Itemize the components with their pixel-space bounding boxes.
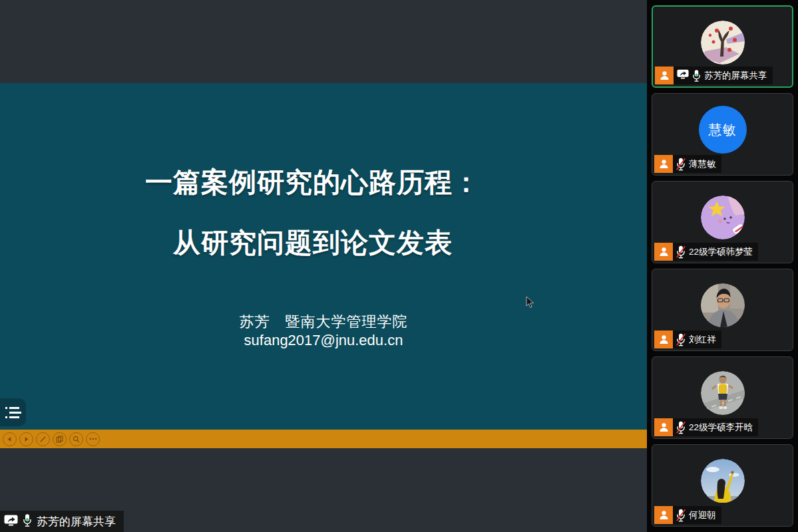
outline-panel-button[interactable]: [0, 398, 26, 426]
participant-badge-row: 薄慧敏: [654, 155, 721, 173]
mic-muted-icon: [676, 245, 686, 259]
presenter-share-label: 苏芳的屏幕共享: [37, 514, 116, 529]
child-road-avatar: [701, 371, 745, 415]
initials-avatar: 慧敏: [699, 106, 747, 154]
host-badge: [654, 155, 673, 173]
yellow-jacket-sky-avatar: [701, 459, 745, 503]
meeting-window: 一篇案例研究的心路历程： 从研究问题到论文发表 苏芳 暨南大学管理学院 sufa…: [0, 0, 798, 532]
host-badge: [654, 243, 673, 261]
mic-on-icon: [23, 513, 32, 530]
screen-share-stage: 一篇案例研究的心路历程： 从研究问题到论文发表 苏芳 暨南大学管理学院 sufa…: [0, 0, 647, 532]
more-icon[interactable]: [86, 432, 100, 446]
participant-badge-row: 22级学硕韩梦莹: [654, 243, 758, 261]
participant-name-badge: 22级学硕李开晗: [673, 418, 758, 436]
host-person-icon: [658, 334, 670, 345]
mic-on-icon: [692, 69, 701, 82]
host-badge: [654, 418, 673, 436]
magnifier-icon[interactable]: [69, 432, 83, 446]
participant-name: 22级学硕李开晗: [689, 422, 753, 434]
host-person-icon: [658, 422, 670, 433]
screen-share-icon: [677, 69, 689, 82]
participant-name: 薄慧敏: [689, 158, 716, 170]
host-badge: [654, 506, 673, 524]
participant-badge-row: 刘红祥: [654, 331, 721, 348]
mic-muted-icon: [676, 333, 686, 346]
host-person-icon: [658, 158, 670, 170]
purple-cartoon-avatar: [701, 196, 745, 239]
participant-tile[interactable]: 慧敏 薄慧敏: [652, 93, 793, 176]
participant-badge-row: 22级学硕李开晗: [654, 418, 758, 436]
participants-sidebar[interactable]: 苏芳的屏幕共享 慧敏 薄慧敏: [647, 0, 798, 532]
participant-tile[interactable]: 22级学硕李开晗: [652, 356, 793, 439]
host-badge: [655, 66, 674, 84]
participant-name-badge: 薄慧敏: [673, 155, 721, 173]
presenter-share-banner: 苏芳的屏幕共享: [0, 511, 124, 532]
slide-title-line1: 一篇案例研究的心路历程：: [0, 164, 626, 201]
slide-author: 苏芳 暨南大学管理学院: [0, 312, 647, 332]
next-arrow-icon[interactable]: [19, 432, 33, 446]
participant-name: 何迎朝: [689, 509, 716, 521]
mic-muted-icon: [676, 509, 686, 522]
host-person-icon: [658, 509, 670, 521]
participant-tile[interactable]: 22级学硕韩梦莹: [652, 181, 793, 263]
host-person-icon: [659, 70, 670, 81]
participant-name-badge: 苏芳的屏幕共享: [674, 66, 773, 84]
mic-muted-icon: [676, 158, 686, 171]
pages-icon[interactable]: [53, 432, 67, 446]
participant-name-badge: 22级学硕韩梦莹: [673, 243, 758, 261]
host-person-icon: [658, 246, 670, 257]
tree-painting-avatar: [701, 21, 745, 65]
participant-name: 苏芳的屏幕共享: [704, 70, 767, 82]
pen-icon[interactable]: [36, 432, 50, 446]
participant-tile[interactable]: 苏芳的屏幕共享: [652, 5, 793, 88]
participant-name: 22级学硕韩梦莹: [689, 246, 753, 258]
screen-share-icon: [4, 515, 18, 529]
prev-arrow-icon[interactable]: [3, 432, 17, 446]
participant-badge-row: 苏芳的屏幕共享: [655, 66, 773, 84]
slide-email: sufang2017@jnu.edu.cn: [0, 332, 647, 349]
presentation-slide: 一篇案例研究的心路历程： 从研究问题到论文发表 苏芳 暨南大学管理学院 sufa…: [0, 83, 647, 430]
annotation-toolbar: [0, 430, 647, 448]
slide-title-line2: 从研究问题到论文发表: [0, 225, 626, 261]
participant-badge-row: 何迎朝: [654, 506, 721, 524]
participant-name-badge: 何迎朝: [673, 506, 721, 524]
participant-name: 刘红祥: [689, 334, 716, 346]
participant-name-badge: 刘红祥: [673, 331, 721, 348]
mouse-cursor: [526, 296, 535, 312]
host-badge: [654, 331, 673, 348]
participant-tile[interactable]: 何迎朝: [652, 444, 793, 527]
outline-list-icon: [5, 407, 21, 418]
mic-muted-icon: [676, 421, 686, 434]
man-portrait-avatar: [701, 283, 745, 327]
participant-tile[interactable]: 刘红祥: [652, 269, 793, 351]
